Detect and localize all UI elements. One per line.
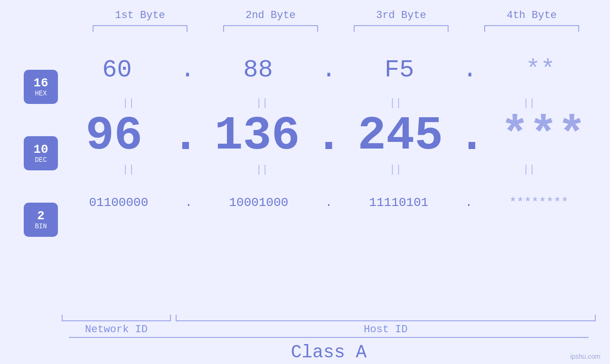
bin-row: 2 BIN 01100000 . 10001000 . 11110101 . *… <box>0 179 610 226</box>
bin-dot3: . <box>465 196 473 210</box>
bin-oct4: ******** <box>491 196 586 210</box>
hex-dot3: . <box>462 56 477 84</box>
class-bracket-line <box>69 337 589 338</box>
bin-oct2: 10001000 <box>211 196 306 210</box>
bin-dot2: . <box>325 196 333 210</box>
dec-dot2: . <box>314 110 343 163</box>
network-id-label: Network ID <box>62 324 171 336</box>
host-id-label: Host ID <box>176 324 596 336</box>
byte2-label: 2nd Byte <box>218 9 323 21</box>
dec-oct3: 245 <box>353 112 448 160</box>
top-brackets <box>75 25 597 32</box>
class-row: Class A <box>0 337 610 364</box>
hex-badge-label: HEX <box>35 90 47 97</box>
dec-badge-label: DEC <box>35 157 47 164</box>
dec-oct2: 136 <box>210 112 305 160</box>
bin-badge-number: 2 <box>37 209 45 223</box>
dec-badge: 10 DEC <box>24 136 58 170</box>
class-a-area: Class A <box>62 340 596 364</box>
bin-values: 01100000 . 10001000 . 11110101 . *******… <box>62 196 610 210</box>
dec-values: 96 . 136 . 245 . *** <box>62 110 610 163</box>
bracket-3 <box>354 25 449 32</box>
bracket-4 <box>484 25 579 32</box>
byte3-label: 3rd Byte <box>349 9 453 21</box>
bin-oct1: 01100000 <box>71 196 166 210</box>
hex-badge-number: 16 <box>33 76 48 90</box>
bottom-brackets <box>62 315 596 321</box>
eq1-oct4: || <box>481 97 576 109</box>
eq1-oct2: || <box>215 97 310 109</box>
eq2-oct4: || <box>481 164 576 176</box>
hex-oct3: F5 <box>352 56 447 84</box>
hex-values: 60 . 88 . F5 . ** <box>62 56 610 84</box>
dec-row: 10 DEC 96 . 136 . 245 . *** <box>0 112 610 160</box>
bracket-1 <box>93 25 188 32</box>
bracket-2 <box>223 25 318 32</box>
eq1-oct3: || <box>348 97 443 109</box>
bin-badge: 2 BIN <box>24 203 58 237</box>
bottom-section: Network ID Host ID <box>0 315 610 336</box>
hex-dot2: . <box>321 56 336 84</box>
dec-oct1: 96 <box>66 112 161 160</box>
byte1-label: 1st Byte <box>88 9 192 21</box>
hex-oct2: 88 <box>211 56 306 84</box>
bottom-labels: Network ID Host ID <box>62 324 596 336</box>
eq2-oct1: || <box>81 164 176 176</box>
class-a-label: Class A <box>291 342 367 363</box>
bin-badge-label: BIN <box>35 223 47 230</box>
eq2-oct3: || <box>348 164 443 176</box>
byte4-label: 4th Byte <box>479 9 584 21</box>
host-bracket <box>176 315 596 321</box>
hex-oct4: ** <box>493 56 588 84</box>
hex-row: 16 HEX 60 . 88 . F5 . ** <box>0 46 610 93</box>
watermark: ipshu.com <box>570 353 601 360</box>
network-bracket <box>62 315 171 321</box>
hex-badge: 16 HEX <box>24 70 58 104</box>
bin-dot1: . <box>185 196 193 210</box>
eq1-oct1: || <box>81 97 176 109</box>
bin-oct3: 11110101 <box>351 196 446 210</box>
dec-dot3: . <box>458 110 486 163</box>
dec-dot1: . <box>171 110 200 163</box>
hex-oct1: 60 <box>70 56 165 84</box>
dec-badge-number: 10 <box>33 143 48 157</box>
main-container: 1st Byte 2nd Byte 3rd Byte 4th Byte 16 H… <box>0 0 610 364</box>
byte-headers: 1st Byte 2nd Byte 3rd Byte 4th Byte <box>75 9 597 21</box>
hex-dot1: . <box>180 56 195 84</box>
eq2-oct2: || <box>215 164 310 176</box>
dec-oct4: *** <box>496 112 591 160</box>
